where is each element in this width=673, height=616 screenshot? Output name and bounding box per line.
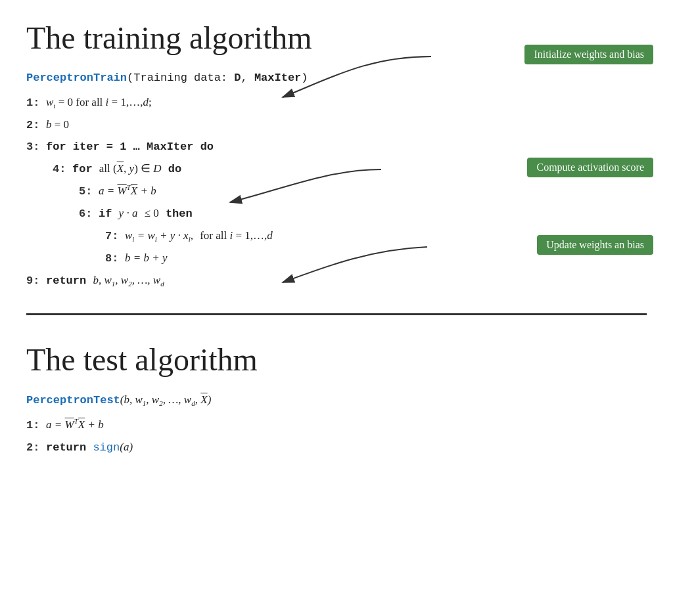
line-num-1: 1:: [26, 94, 46, 113]
line-num-4: 4:: [53, 160, 72, 179]
line-3-code: for iter = 1 … MaxIter do: [46, 138, 214, 157]
test-title: The test algorithm: [26, 341, 647, 378]
test-line-num-2: 2:: [26, 439, 46, 458]
code-line-6: 6: if y · a ≤ 0 then: [26, 204, 647, 224]
training-section: The training algorithm PerceptronTrain(T…: [0, 0, 673, 307]
section-divider: [26, 313, 647, 315]
line-num-8: 8:: [105, 250, 125, 269]
code-line-9: 9: return b, w1, w2, …, wd: [26, 271, 647, 291]
line-num-9: 9:: [26, 272, 46, 291]
test-line-2: 2: return sign(a): [26, 438, 647, 458]
line-num-6: 6:: [79, 205, 99, 224]
test-section: The test algorithm PerceptronTest(b, w1,…: [0, 322, 673, 487]
line-num-2: 2:: [26, 116, 46, 135]
func-params: (Training data: D, MaxIter): [127, 69, 308, 88]
code-line-2: 2: b = 0: [26, 116, 647, 135]
test-line-1: 1: a = WTX + b: [26, 415, 647, 435]
annotation-initialize: Initialize weights and bias: [524, 45, 653, 64]
code-line-3: 3: for iter = 1 … MaxIter do: [26, 138, 647, 157]
test-func-signature: PerceptronTest(b, w1, w2, …, wd, X): [26, 391, 647, 410]
line-num-3: 3:: [26, 138, 46, 157]
func-signature-line: PerceptronTrain(Training data: D, MaxIte…: [26, 69, 647, 88]
line-4-code: for: [72, 160, 93, 179]
func-name: PerceptronTrain: [26, 69, 127, 88]
line-num-7: 7:: [105, 227, 125, 246]
test-func-name: PerceptronTest: [26, 391, 120, 410]
test-line-num-1: 1:: [26, 416, 46, 435]
code-line-1: 1: wi = 0 for all i = 1,…,d;: [26, 93, 647, 113]
line-num-5: 5:: [79, 183, 99, 202]
training-code-block: PerceptronTrain(Training data: D, MaxIte…: [26, 69, 647, 291]
annotation-update: Update weights an bias: [537, 235, 653, 255]
code-line-5: 5: a = WTX + b: [26, 181, 647, 202]
annotation-compute: Compute activation score: [527, 158, 653, 177]
test-code-block: PerceptronTest(b, w1, w2, …, wd, X) 1: a…: [26, 391, 647, 458]
